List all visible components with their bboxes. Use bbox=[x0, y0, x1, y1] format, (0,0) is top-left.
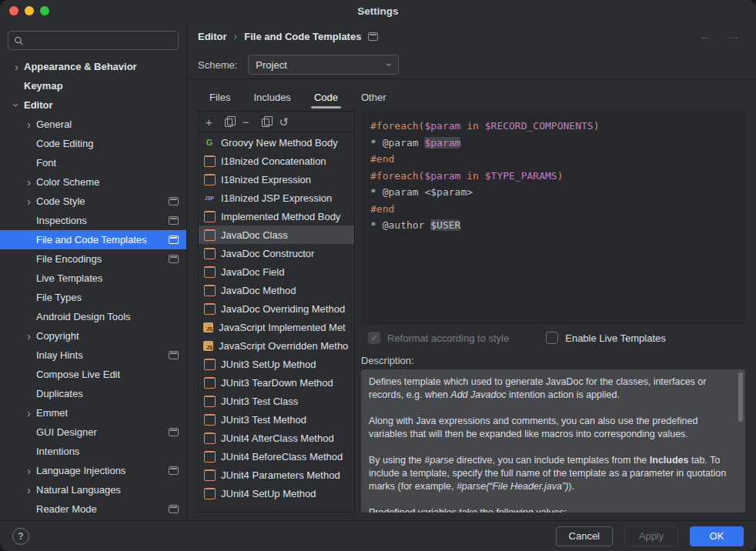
screen-icon bbox=[169, 216, 179, 225]
sidebar-item-compose-live-edit[interactable]: Compose Live Edit bbox=[0, 365, 186, 384]
ok-button[interactable]: OK bbox=[690, 526, 744, 546]
template-item-i18nized-jsp-expression[interactable]: JSPI18nized JSP Expression bbox=[199, 189, 354, 207]
code-line: #end bbox=[370, 151, 736, 168]
description-box[interactable]: Defines template which used to generate … bbox=[361, 369, 745, 513]
add-template-button[interactable]: + bbox=[206, 116, 212, 128]
template-item-junit3-test-method[interactable]: JUnit3 Test Method bbox=[199, 410, 354, 429]
chevron-right-icon[interactable]: › bbox=[9, 61, 24, 72]
sidebar-item-emmet[interactable]: ›Emmet bbox=[0, 403, 186, 422]
sidebar-item-file-types[interactable]: File Types bbox=[0, 288, 186, 307]
template-item-junit4-parameters-method[interactable]: JUnit4 Parameters Method bbox=[199, 466, 354, 484]
template-item-groovy-new-method-body[interactable]: GGroovy New Method Body bbox=[199, 133, 354, 152]
apply-button[interactable]: Apply bbox=[624, 526, 678, 546]
sidebar-item-appearance-behavior[interactable]: ›Appearance & Behavior bbox=[0, 57, 186, 76]
sidebar-item-intentions[interactable]: Intentions bbox=[0, 442, 186, 461]
sidebar-item-copyright[interactable]: ›Copyright bbox=[0, 326, 186, 346]
sidebar-item-keymap[interactable]: Keymap bbox=[0, 76, 186, 95]
template-item-javadoc-constructor[interactable]: JavaDoc Constructor bbox=[199, 244, 354, 262]
copy-template-button[interactable] bbox=[259, 117, 269, 127]
chevron-down-icon[interactable]: › bbox=[11, 98, 22, 112]
template-item-javascript-overridden-metho[interactable]: JSJavaScript Overridden Metho bbox=[199, 336, 354, 355]
sidebar-item-gui-designer[interactable]: GUI Designer bbox=[0, 422, 186, 442]
screen-icon bbox=[368, 32, 378, 41]
template-item-junit4-afterclass-method[interactable]: JUnit4 AfterClass Method bbox=[199, 429, 354, 447]
template-item-i18nized-concatenation[interactable]: I18nized Concatenation bbox=[199, 152, 354, 170]
sidebar-item-android-design-tools[interactable]: Android Design Tools bbox=[0, 307, 186, 326]
template-label: JavaDoc Constructor bbox=[221, 248, 314, 259]
sidebar-item-file-encodings[interactable]: File Encodings bbox=[0, 249, 186, 269]
search-field[interactable] bbox=[8, 31, 179, 50]
sidebar-item-label: File Encodings bbox=[36, 253, 102, 265]
chevron-right-icon[interactable]: › bbox=[22, 176, 36, 188]
sidebar-item-duplicates[interactable]: Duplicates bbox=[0, 384, 186, 403]
sidebar-item-label: Inlay Hints bbox=[36, 349, 83, 361]
cancel-button[interactable]: Cancel bbox=[556, 526, 613, 546]
template-item-javascript-implemented-met[interactable]: JSJavaScript Implemented Met bbox=[199, 318, 354, 336]
template-file-icon bbox=[203, 358, 216, 370]
tab-code[interactable]: Code bbox=[303, 83, 350, 111]
sidebar-item-general[interactable]: ›General bbox=[0, 115, 186, 134]
chevron-right-icon[interactable]: › bbox=[22, 195, 36, 207]
scheme-label: Scheme: bbox=[198, 59, 237, 71]
chevron-right-icon[interactable]: › bbox=[22, 484, 36, 496]
chevron-right-icon[interactable]: › bbox=[22, 119, 36, 130]
sidebar-item-language-injections[interactable]: ›Language Injections bbox=[0, 461, 186, 480]
scheme-row: Scheme: Project › bbox=[198, 51, 745, 78]
sidebar-item-label: Keymap bbox=[24, 80, 63, 92]
template-item-javadoc-class[interactable]: JavaDoc Class bbox=[199, 225, 354, 244]
forward-button[interactable]: → bbox=[728, 28, 741, 44]
code-line: * @param <$param> bbox=[370, 184, 736, 201]
sidebar-item-color-scheme[interactable]: ›Color Scheme bbox=[0, 172, 186, 192]
sidebar-item-font[interactable]: Font bbox=[0, 153, 186, 172]
reset-to-default-button[interactable]: ↺ bbox=[279, 116, 289, 128]
description-text: Defines template which used to generate … bbox=[369, 376, 730, 513]
remove-template-button[interactable]: − bbox=[243, 116, 249, 128]
sidebar-item-natural-languages[interactable]: ›Natural Languages bbox=[0, 480, 186, 499]
close-button[interactable] bbox=[9, 6, 18, 15]
tab-other[interactable]: Other bbox=[350, 83, 398, 111]
settings-sidebar: ›Appearance & BehaviorKeymap›Editor›Gene… bbox=[0, 22, 187, 520]
tab-files[interactable]: Files bbox=[198, 83, 242, 111]
code-line: * @param $param bbox=[370, 135, 736, 152]
template-item-i18nized-expression[interactable]: I18nized Expression bbox=[199, 170, 354, 189]
sidebar-item-code-style[interactable]: ›Code Style bbox=[0, 192, 186, 211]
template-item-javadoc-overriding-method[interactable]: JavaDoc Overriding Method bbox=[199, 299, 354, 318]
template-item-javadoc-field[interactable]: JavaDoc Field bbox=[199, 262, 354, 281]
template-item-junit3-test-class[interactable]: JUnit3 Test Class bbox=[199, 392, 354, 410]
template-item-junit4-beforeclass-method[interactable]: JUnit4 BeforeClass Method bbox=[199, 447, 354, 466]
template-item-junit3-setup-method[interactable]: JUnit3 SetUp Method bbox=[199, 355, 354, 373]
enable-live-templates-checkbox[interactable]: Enable Live Templates bbox=[546, 332, 666, 344]
minimize-button[interactable] bbox=[25, 6, 34, 15]
sidebar-item-file-and-code-templates[interactable]: File and Code Templates bbox=[0, 230, 186, 249]
help-button[interactable]: ? bbox=[12, 528, 29, 545]
scheme-select[interactable]: Project › bbox=[248, 55, 399, 75]
create-child-template-button[interactable] bbox=[222, 117, 232, 127]
chevron-right-icon[interactable]: › bbox=[22, 465, 36, 476]
chevron-right-icon[interactable]: › bbox=[22, 407, 36, 419]
template-label: JUnit3 TearDown Method bbox=[221, 377, 333, 389]
template-item-junit3-teardown-method[interactable]: JUnit3 TearDown Method bbox=[199, 373, 354, 392]
template-item-javadoc-method[interactable]: JavaDoc Method bbox=[199, 281, 354, 299]
sidebar-item-inspections[interactable]: Inspections bbox=[0, 211, 186, 230]
groovy-file-icon: G bbox=[203, 136, 216, 149]
tab-includes[interactable]: Includes bbox=[242, 83, 302, 111]
template-file-icon bbox=[203, 450, 216, 463]
template-item-implemented-method-body[interactable]: Implemented Method Body bbox=[199, 207, 354, 225]
chevron-right-icon[interactable]: › bbox=[22, 330, 36, 342]
search-input[interactable] bbox=[28, 35, 172, 46]
zoom-button[interactable] bbox=[40, 6, 49, 15]
titlebar[interactable]: Settings bbox=[0, 0, 756, 22]
sidebar-item-inlay-hints[interactable]: Inlay Hints bbox=[0, 346, 186, 365]
scheme-value: Project bbox=[256, 59, 387, 71]
template-item-junit4-setup-method[interactable]: JUnit4 SetUp Method bbox=[199, 484, 354, 503]
reformat-checkbox[interactable]: Reformat according to style bbox=[368, 332, 509, 344]
code-editor[interactable]: #foreach($param in $RECORD_COMPONENTS) *… bbox=[361, 111, 745, 325]
breadcrumb-editor[interactable]: Editor bbox=[198, 31, 227, 42]
scrollbar-thumb[interactable] bbox=[738, 372, 743, 422]
sidebar-item-live-templates[interactable]: Live Templates bbox=[0, 269, 186, 288]
back-button[interactable]: ← bbox=[699, 28, 712, 44]
sidebar-item-editor[interactable]: ›Editor bbox=[0, 95, 186, 115]
template-label: JavaDoc Method bbox=[221, 285, 296, 296]
sidebar-item-code-editing[interactable]: Code Editing bbox=[0, 134, 186, 153]
sidebar-item-reader-mode[interactable]: Reader Mode bbox=[0, 499, 186, 519]
